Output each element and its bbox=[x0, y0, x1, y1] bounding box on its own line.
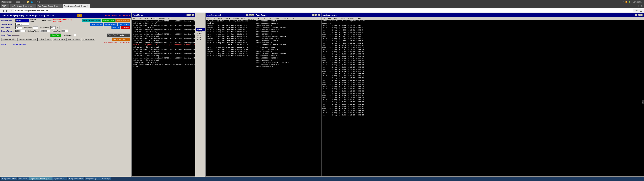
deallocate-device-btn[interactable]: Deallocate Device bbox=[116, 19, 130, 22]
back-btn[interactable]: ◀ bbox=[1, 9, 5, 12]
file-listing-menu-edit[interactable]: Edit bbox=[328, 18, 332, 19]
open-file-btn[interactable]: Open File bbox=[111, 26, 120, 29]
action-item-1[interactable]: Allocate bbox=[196, 31, 205, 33]
show-variables-btn[interactable]: Show Variables bbox=[53, 38, 66, 41]
mount-volume-btn[interactable]: Mount Volume bbox=[118, 23, 130, 26]
npp-menu-file[interactable]: File bbox=[206, 18, 210, 19]
taskbar-merger-tape-2[interactable]: Merger/Tape HTTPd bbox=[68, 177, 84, 180]
forward-btn[interactable]: ▶ bbox=[5, 9, 9, 12]
terminal-icon[interactable]: ⬛ bbox=[22, 1, 25, 3]
menu-btn[interactable]: ☰ bbox=[639, 9, 643, 12]
allocate-device-btn[interactable]: Allocate Device bbox=[102, 19, 115, 22]
npp-menu-edit[interactable]: Edit bbox=[212, 18, 216, 19]
action-item-4[interactable]: Identify bbox=[196, 37, 205, 39]
tab-newmerger-label: NewMerger: Control @ carr- bbox=[38, 5, 59, 7]
taskbar-tape-service-expert[interactable]: Tape Service (Expert) @ va... bbox=[29, 177, 52, 180]
tape-server-maximize[interactable]: □ bbox=[315, 14, 317, 16]
file-listing-menu-view[interactable]: View bbox=[333, 18, 338, 19]
enable-logging-btn[interactable]: Enable Logging bbox=[82, 38, 95, 41]
new-merger-menu-edit[interactable]: Edit bbox=[138, 18, 142, 19]
close-file-btn[interactable]: Close File bbox=[121, 26, 130, 29]
increment-run-btn[interactable]: + bbox=[56, 26, 59, 29]
home-link[interactable]: Home bbox=[1, 44, 6, 46]
tape-server-menu-edit[interactable]: Edit bbox=[261, 18, 266, 19]
new-merger-menu-help[interactable]: Help bbox=[167, 18, 172, 19]
npp-menu-terminal[interactable]: Terminal bbox=[232, 18, 240, 19]
reset-page-btn[interactable]: Reset bbox=[46, 38, 52, 41]
new-merger-menu-view[interactable]: View bbox=[144, 18, 148, 19]
decrement-run-btn[interactable]: - bbox=[60, 26, 62, 29]
device-name-input[interactable] bbox=[16, 19, 29, 22]
taskbar-npp-1[interactable]: npp@carme-gsi-~ bbox=[52, 177, 68, 180]
tab-tapeservice-close[interactable]: ✕ bbox=[87, 5, 88, 7]
taskbar-new-merger[interactable]: New Merger bbox=[100, 177, 111, 180]
taskbar-tape-server[interactable]: Tape Server bbox=[18, 177, 29, 180]
restore-browser-btn[interactable]: □ bbox=[638, 5, 640, 7]
inquire-available-btn[interactable]: Inquire Available Devices bbox=[82, 19, 101, 22]
npp-menu-search[interactable]: Search bbox=[224, 18, 230, 19]
browser-icon[interactable]: 🌐 bbox=[31, 1, 33, 3]
tape-server-menu-file[interactable]: File bbox=[256, 18, 260, 19]
taskbar-merger-tape-1[interactable]: Merger/Tape HTTPd bbox=[1, 177, 18, 180]
identify-volumes-btn[interactable]: Identify Volumes bbox=[104, 23, 117, 26]
file-listing-menu-search[interactable]: Search bbox=[340, 18, 346, 19]
show-log-btn[interactable]: Show Log Window bbox=[66, 38, 81, 41]
tab-tapeservice[interactable]: Tape Service (Expert) @ carr- ✕ bbox=[63, 4, 90, 8]
tab-aida[interactable]: AIDA ✕ bbox=[1, 4, 9, 8]
service-definition-link[interactable]: Service Definition bbox=[12, 44, 26, 46]
run-name-input[interactable] bbox=[33, 26, 38, 29]
action-item-2[interactable]: Dealloc. bbox=[196, 33, 205, 35]
address-bar[interactable] bbox=[14, 9, 633, 12]
new-merger-menu-terminal[interactable]: Terminal bbox=[158, 18, 166, 19]
run-number-input[interactable] bbox=[50, 26, 56, 29]
reset-tape-btn[interactable]: Reset Tape Server Interface bbox=[107, 34, 130, 37]
initialize-volume-btn[interactable]: Initialize Volume bbox=[90, 23, 103, 26]
next-run-btn[interactable]: Next Run bbox=[50, 34, 61, 37]
reload-page-btn[interactable]: Reload bbox=[38, 38, 46, 41]
empty-log-btn[interactable]: Empty Log Window bbox=[1, 38, 17, 41]
new-merger-maximize[interactable]: □ bbox=[189, 14, 192, 16]
send-log-btn[interactable]: Send Log Window to ELog bbox=[18, 38, 38, 41]
files-icon[interactable]: 📁 bbox=[27, 1, 29, 3]
volume-name-input[interactable] bbox=[16, 23, 29, 26]
tape-server-menu-search[interactable]: Search bbox=[273, 18, 280, 19]
tab-newmerger-close[interactable]: ✕ bbox=[60, 5, 61, 7]
right-section: New Merger ─ □ ✕ File Edit View Search T… bbox=[132, 13, 644, 177]
applications-menu[interactable]: Applications bbox=[1, 1, 12, 3]
reload-btn[interactable]: ↻ bbox=[10, 9, 14, 12]
file-listing-menu-file[interactable]: File bbox=[322, 18, 326, 19]
how-to-use-btn[interactable]: How to use this page bbox=[112, 38, 130, 41]
places-menu[interactable]: Places bbox=[14, 1, 21, 3]
new-merger-minimize[interactable]: ─ bbox=[186, 14, 189, 16]
file-listing-maximize[interactable]: □ bbox=[638, 14, 640, 16]
new-tab-button[interactable]: + bbox=[90, 5, 94, 7]
file-name-input[interactable] bbox=[16, 26, 22, 29]
tape-server-close[interactable]: ✕ bbox=[318, 14, 320, 16]
tape-server-menu-help[interactable]: Help bbox=[290, 18, 295, 19]
npp-menu-view[interactable]: View bbox=[217, 18, 222, 19]
npp-line: -rw-r--r-- 1 npg npg 64K Jun 10 21:31 R5… bbox=[206, 29, 254, 31]
taskbar-npp-2[interactable]: npp@carme-gsi-~ bbox=[85, 177, 100, 180]
new-merger-menu-search[interactable]: Search bbox=[150, 18, 157, 19]
file-listing-menu-help[interactable]: Help bbox=[356, 18, 361, 19]
tab-netvar[interactable]: NetVar Service @ carme-gsi - ✕ bbox=[10, 4, 36, 8]
file-listing-close[interactable]: ✕ bbox=[640, 14, 643, 16]
npp-line: -rw-r--r-- 1 npg npg 64K Jun 10 21:31 R5… bbox=[206, 31, 254, 33]
tab-netvar-close[interactable]: ✕ bbox=[34, 5, 35, 7]
no-storage-checkbox[interactable] bbox=[74, 34, 76, 36]
file-listing-menu-terminal[interactable]: Terminal bbox=[348, 18, 355, 19]
new-merger-close[interactable]: ✕ bbox=[192, 14, 194, 16]
file-listing-minimize[interactable]: ─ bbox=[635, 14, 637, 16]
tab-newmerger[interactable]: NewMerger: Control @ carr- ✕ bbox=[37, 4, 62, 8]
tab-aida-close[interactable]: ✕ bbox=[6, 5, 8, 7]
close-browser-btn[interactable]: ✕ bbox=[640, 5, 643, 7]
tape-server-menu-view[interactable]: View bbox=[267, 18, 272, 19]
tape-server-menu-terminal[interactable]: Terminal bbox=[281, 18, 289, 19]
action-item-5[interactable]: Mount bbox=[196, 39, 205, 41]
action-item-3[interactable]: Init Vol. bbox=[196, 35, 205, 37]
npp-minimize[interactable]: ─ bbox=[246, 14, 248, 16]
npp-menu-help[interactable]: Help bbox=[241, 18, 246, 19]
new-merger-menu-file[interactable]: File bbox=[133, 18, 137, 19]
minimize-browser-btn[interactable]: ─ bbox=[634, 5, 637, 7]
tape-server-minimize[interactable]: ─ bbox=[312, 14, 314, 16]
